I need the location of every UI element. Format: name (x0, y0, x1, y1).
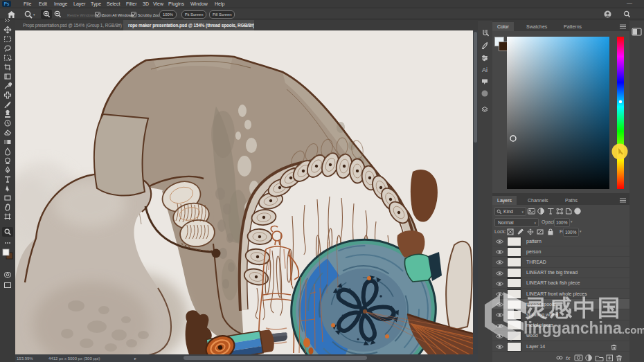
svg-text:fx: fx (566, 355, 571, 361)
svg-text:Ai: Ai (482, 66, 488, 73)
svg-text:Ps: Ps (4, 1, 10, 6)
